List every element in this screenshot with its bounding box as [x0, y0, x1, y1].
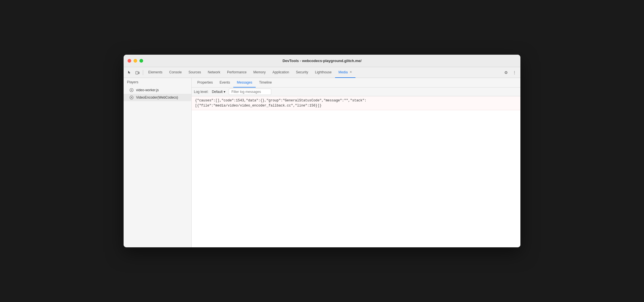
right-panel: Properties Events Messages Timeline Log … — [192, 78, 520, 247]
maximize-button[interactable] — [139, 59, 143, 63]
toolbar-right: ⚙ ⋮ — [502, 69, 518, 76]
filter-input[interactable] — [229, 89, 271, 95]
play-icon — [129, 88, 134, 92]
log-entry-line1: {"causes":[],"code":1543,"data":{},"grou… — [195, 98, 517, 103]
log-level-select[interactable]: Default ▾ — [211, 89, 226, 94]
close-button[interactable] — [128, 59, 131, 63]
player-video-worker[interactable]: video-worker.js — [124, 86, 191, 94]
main-toolbar: Elements Console Sources Network Perform… — [124, 67, 520, 78]
sub-tabs: Properties Events Messages Timeline — [192, 78, 520, 88]
tab-lighthouse[interactable]: Lighthouse — [312, 67, 335, 78]
main-content: Players video-worker.js VideoEn — [124, 78, 520, 247]
traffic-lights — [128, 59, 143, 63]
more-options-icon[interactable]: ⋮ — [511, 69, 518, 76]
tab-elements[interactable]: Elements — [145, 67, 166, 78]
device-toggle-icon[interactable] — [134, 69, 141, 76]
log-toolbar: Log level: Default ▾ — [192, 88, 520, 96]
settings-icon[interactable]: ⚙ — [502, 69, 510, 76]
sub-tab-properties[interactable]: Properties — [194, 78, 216, 88]
tab-sources[interactable]: Sources — [185, 67, 204, 78]
sub-tab-events[interactable]: Events — [216, 78, 234, 88]
tab-performance[interactable]: Performance — [224, 67, 250, 78]
log-level-label: Log level: — [194, 90, 208, 94]
svg-rect-0 — [136, 71, 138, 74]
minimize-button[interactable] — [134, 59, 137, 63]
sub-tab-timeline[interactable]: Timeline — [256, 78, 275, 88]
sidebar-header: Players — [124, 78, 191, 86]
window-title: DevTools - webcodecs-playground.glitch.m… — [283, 59, 362, 63]
inspect-icon[interactable] — [126, 69, 133, 76]
log-entry: {"causes":[],"code":1543,"data":{},"grou… — [192, 96, 520, 110]
play-icon-2 — [129, 95, 134, 100]
tab-close-icon[interactable]: ✕ — [349, 70, 352, 74]
log-area: {"causes":[],"code":1543,"data":{},"grou… — [192, 96, 520, 247]
tab-network[interactable]: Network — [204, 67, 224, 78]
svg-marker-3 — [131, 90, 133, 91]
log-entry-line2: [{"file":"media/video/video_encoder_fall… — [195, 103, 517, 108]
tab-console[interactable]: Console — [166, 67, 185, 78]
sub-tab-messages[interactable]: Messages — [233, 78, 256, 88]
tab-media[interactable]: Media ✕ — [335, 67, 355, 78]
dropdown-icon: ▾ — [224, 90, 225, 94]
sidebar: Players video-worker.js VideoEn — [124, 78, 192, 247]
svg-rect-1 — [138, 72, 139, 74]
tab-memory[interactable]: Memory — [250, 67, 269, 78]
svg-marker-5 — [131, 97, 133, 98]
tab-application[interactable]: Application — [269, 67, 293, 78]
title-bar: DevTools - webcodecs-playground.glitch.m… — [124, 55, 520, 67]
tab-security[interactable]: Security — [293, 67, 312, 78]
player-video-encoder[interactable]: VideoEncoder(WebCodecs) — [124, 94, 191, 101]
tab-navigation: Elements Console Sources Network Perform… — [145, 67, 502, 78]
toolbar-divider — [143, 70, 143, 75]
devtools-window: DevTools - webcodecs-playground.glitch.m… — [124, 55, 520, 247]
